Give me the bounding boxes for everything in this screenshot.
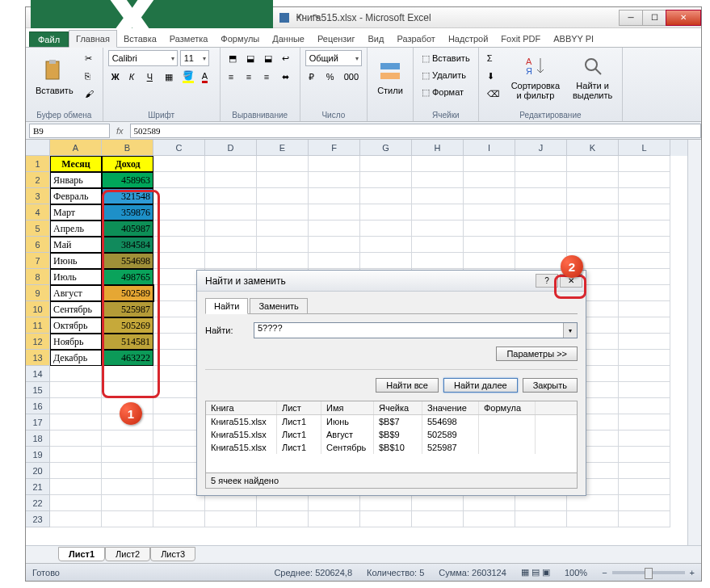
cell-L8[interactable] — [619, 269, 670, 285]
cell-A17[interactable] — [50, 414, 102, 430]
tab-dev[interactable]: Разработ — [390, 31, 441, 47]
tab-abbyy[interactable]: ABBYY PI — [547, 31, 600, 47]
align-bottom-button[interactable]: ⬓ — [261, 50, 277, 66]
cell-L9[interactable] — [619, 285, 670, 301]
cell-H7[interactable] — [412, 253, 464, 269]
cell-F5[interactable] — [309, 220, 360, 237]
cell-L1[interactable] — [619, 156, 670, 172]
cell-D6[interactable] — [205, 237, 257, 253]
row-header-12[interactable]: 12 — [26, 334, 50, 350]
row-header-2[interactable]: 2 — [26, 172, 50, 188]
cell-H3[interactable] — [412, 188, 464, 204]
autosum-button[interactable]: Σ — [484, 50, 503, 66]
tab-foxit[interactable]: Foxit PDF — [494, 31, 547, 47]
cell-A5[interactable]: Апрель — [50, 220, 102, 237]
row-header-8[interactable]: 8 — [26, 269, 50, 285]
cell-H2[interactable] — [412, 172, 464, 188]
cell-B23[interactable] — [102, 511, 153, 527]
cell-K2[interactable] — [567, 172, 619, 188]
cell-L17[interactable] — [619, 414, 670, 430]
cell-A19[interactable] — [50, 447, 102, 463]
dialog-titlebar[interactable]: Найти и заменить ? ✕ — [197, 271, 586, 292]
cell-K4[interactable] — [567, 204, 619, 220]
fill-button[interactable]: ⬇ — [484, 68, 503, 84]
cell-K23[interactable] — [567, 511, 619, 527]
cell-E5[interactable] — [257, 220, 309, 237]
row-header-6[interactable]: 6 — [26, 237, 50, 253]
cell-L11[interactable] — [619, 317, 670, 334]
row-header-7[interactable]: 7 — [26, 253, 50, 269]
name-box[interactable]: B9 — [29, 124, 110, 138]
cell-J23[interactable] — [515, 511, 567, 527]
cell-L10[interactable] — [619, 301, 670, 317]
formula-input[interactable]: 502589 — [130, 124, 701, 138]
cell-I6[interactable] — [464, 237, 515, 253]
row-header-21[interactable]: 21 — [26, 479, 50, 495]
col-header-A[interactable]: A — [50, 140, 102, 156]
format-painter-button[interactable]: 🖌 — [82, 86, 98, 102]
cell-D5[interactable] — [205, 220, 257, 237]
align-left-button[interactable]: ≡ — [225, 69, 242, 85]
cell-H1[interactable] — [412, 156, 464, 172]
cell-J1[interactable] — [515, 156, 567, 172]
font-name-combo[interactable]: Calibri — [108, 50, 178, 66]
cell-L12[interactable] — [619, 334, 670, 350]
col-formula[interactable]: Формула — [479, 401, 536, 414]
tab-view[interactable]: Вид — [362, 31, 391, 47]
cell-A8[interactable]: Июль — [50, 269, 102, 285]
cell-I22[interactable] — [464, 495, 515, 511]
cell-A18[interactable] — [50, 430, 102, 447]
cell-C3[interactable] — [153, 188, 205, 204]
cell-F4[interactable] — [309, 204, 360, 220]
col-sheet[interactable]: Лист — [277, 401, 321, 414]
font-color-button[interactable]: A — [199, 69, 215, 85]
cell-G23[interactable] — [360, 511, 412, 527]
col-header-C[interactable]: C — [153, 140, 205, 156]
result-row[interactable]: Книга515.xlsxЛист1Июнь $B$7554698 — [206, 415, 577, 428]
cell-A16[interactable] — [50, 398, 102, 414]
find-select-button[interactable]: Найти и выделить — [568, 50, 617, 103]
col-header-D[interactable]: D — [205, 140, 257, 156]
cell-A22[interactable] — [50, 495, 102, 511]
cell-L3[interactable] — [619, 188, 670, 204]
zoom-slider[interactable] — [612, 571, 685, 574]
tab-addins[interactable]: Надстрой — [442, 31, 494, 47]
row-header-16[interactable]: 16 — [26, 398, 50, 414]
close-button[interactable]: ✕ — [666, 10, 701, 26]
undo-icon[interactable]: ↶ — [293, 11, 306, 24]
fx-icon[interactable]: fx — [110, 126, 130, 136]
cell-B19[interactable] — [102, 447, 153, 463]
cell-L2[interactable] — [619, 172, 670, 188]
cell-C4[interactable] — [153, 204, 205, 220]
row-header-15[interactable]: 15 — [26, 382, 50, 398]
styles-button[interactable]: Стили — [372, 50, 408, 103]
cell-I23[interactable] — [464, 511, 515, 527]
cell-G3[interactable] — [360, 188, 412, 204]
row-header-3[interactable]: 3 — [26, 188, 50, 204]
tab-home[interactable]: Главная — [69, 30, 117, 48]
tab-formulas[interactable]: Формулы — [214, 31, 266, 47]
row-header-13[interactable]: 13 — [26, 350, 50, 366]
cell-E4[interactable] — [257, 204, 309, 220]
cell-I5[interactable] — [464, 220, 515, 237]
cells-format-button[interactable]: ⬚Формат — [418, 84, 467, 100]
fill-color-button[interactable]: 🪣 — [179, 69, 197, 85]
cells-delete-button[interactable]: ⬚Удалить — [418, 67, 469, 83]
view-buttons[interactable]: ▦ ▤ ▣ — [521, 567, 550, 578]
col-header-E[interactable]: E — [257, 140, 309, 156]
cell-L16[interactable] — [619, 398, 670, 414]
cell-A10[interactable]: Сентябрь — [50, 301, 102, 317]
cell-L18[interactable] — [619, 430, 670, 447]
cell-J3[interactable] — [515, 188, 567, 204]
cell-J7[interactable] — [515, 253, 567, 269]
copy-button[interactable]: ⎘ — [82, 68, 98, 84]
cell-H23[interactable] — [412, 511, 464, 527]
cell-L21[interactable] — [619, 479, 670, 495]
cell-A7[interactable]: Июнь — [50, 253, 102, 269]
clear-button[interactable]: ⌫ — [484, 86, 503, 102]
cell-H5[interactable] — [412, 220, 464, 237]
cell-A3[interactable]: Февраль — [50, 188, 102, 204]
cell-I7[interactable] — [464, 253, 515, 269]
cell-K6[interactable] — [567, 237, 619, 253]
cell-G6[interactable] — [360, 237, 412, 253]
